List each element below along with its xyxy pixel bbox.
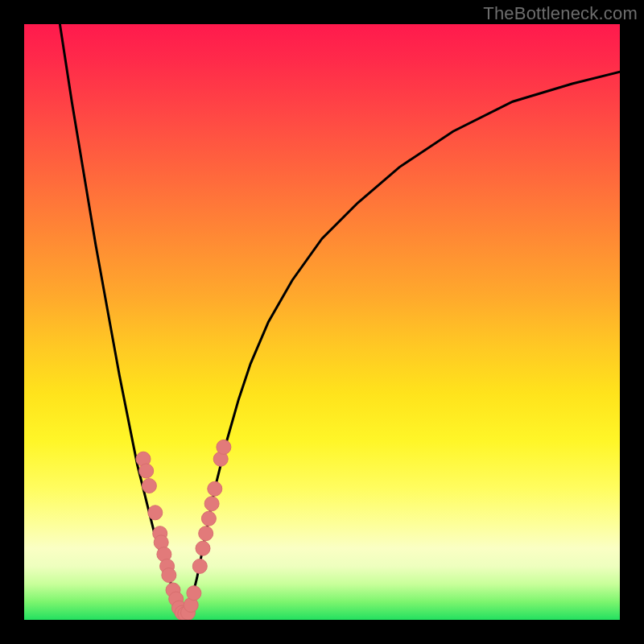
marker-point: [162, 568, 176, 583]
marker-point: [204, 497, 219, 511]
plot-area: [24, 24, 620, 620]
curve-left: [60, 24, 184, 614]
marker-point: [187, 586, 201, 601]
chart-svg: [24, 24, 620, 620]
marker-point: [208, 481, 222, 496]
chart-frame: TheBottleneck.com: [0, 0, 644, 644]
marker-point: [217, 440, 231, 454]
curve-right: [185, 72, 620, 613]
marker-point: [196, 541, 210, 555]
marker-point: [139, 464, 154, 478]
watermark-text: TheBottleneck.com: [483, 3, 638, 24]
marker-point: [199, 526, 213, 541]
marker-point: [201, 511, 216, 526]
marker-point: [192, 559, 207, 573]
marker-point: [148, 506, 163, 520]
marker-point: [142, 479, 156, 493]
